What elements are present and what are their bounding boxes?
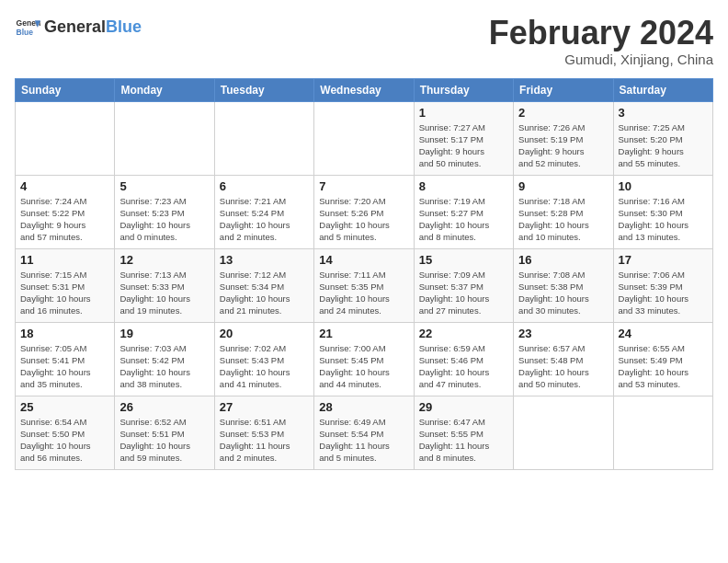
day-cell: 10Sunrise: 7:16 AM Sunset: 5:30 PM Dayli… (613, 175, 712, 248)
day-info: Sunrise: 7:06 AM Sunset: 5:39 PM Dayligh… (619, 269, 708, 317)
title-block: February 2024 Gumudi, Xinjiang, China (489, 15, 713, 67)
day-number: 29 (419, 400, 508, 414)
day-cell: 14Sunrise: 7:11 AM Sunset: 5:35 PM Dayli… (314, 248, 414, 322)
day-cell: 21Sunrise: 7:00 AM Sunset: 5:45 PM Dayli… (314, 322, 414, 396)
day-cell: 27Sunrise: 6:51 AM Sunset: 5:53 PM Dayli… (214, 396, 313, 469)
day-number: 19 (119, 327, 209, 340)
day-info: Sunrise: 6:49 AM Sunset: 5:54 PM Dayligh… (319, 416, 408, 465)
day-info: Sunrise: 7:16 AM Sunset: 5:30 PM Dayligh… (619, 195, 708, 244)
day-cell (16, 101, 115, 175)
day-cell: 7Sunrise: 7:20 AM Sunset: 5:26 PM Daylig… (314, 175, 414, 248)
header-row: SundayMondayTuesdayWednesdayThursdayFrid… (16, 78, 713, 101)
day-cell: 12Sunrise: 7:13 AM Sunset: 5:33 PM Dayli… (115, 248, 214, 322)
header-cell-monday: Monday (115, 78, 214, 101)
calendar-subtitle: Gumudi, Xinjiang, China (489, 52, 713, 67)
day-info: Sunrise: 7:24 AM Sunset: 5:22 PM Dayligh… (20, 195, 109, 244)
header-cell-sunday: Sunday (16, 78, 115, 101)
day-info: Sunrise: 6:57 AM Sunset: 5:48 PM Dayligh… (518, 342, 608, 391)
week-row-5: 25Sunrise: 6:54 AM Sunset: 5:50 PM Dayli… (16, 396, 713, 469)
day-number: 17 (619, 253, 708, 267)
week-row-3: 11Sunrise: 7:15 AM Sunset: 5:31 PM Dayli… (16, 248, 713, 322)
day-cell: 9Sunrise: 7:18 AM Sunset: 5:28 PM Daylig… (514, 175, 613, 248)
logo-icon: General Blue (15, 15, 40, 40)
day-cell: 8Sunrise: 7:19 AM Sunset: 5:27 PM Daylig… (414, 175, 513, 248)
day-number: 27 (220, 400, 309, 414)
svg-text:Blue: Blue (17, 28, 34, 37)
day-cell: 4Sunrise: 7:24 AM Sunset: 5:22 PM Daylig… (16, 175, 115, 248)
day-number: 8 (419, 179, 508, 193)
day-info: Sunrise: 7:05 AM Sunset: 5:41 PM Dayligh… (20, 342, 109, 391)
day-cell: 19Sunrise: 7:03 AM Sunset: 5:42 PM Dayli… (115, 322, 214, 396)
header-cell-wednesday: Wednesday (314, 78, 414, 101)
day-number: 7 (319, 179, 408, 193)
day-number: 9 (518, 179, 608, 193)
day-cell: 2Sunrise: 7:26 AM Sunset: 5:19 PM Daylig… (514, 101, 613, 175)
week-row-2: 4Sunrise: 7:24 AM Sunset: 5:22 PM Daylig… (16, 175, 713, 248)
day-cell: 11Sunrise: 7:15 AM Sunset: 5:31 PM Dayli… (16, 248, 115, 322)
calendar-header: SundayMondayTuesdayWednesdayThursdayFrid… (16, 78, 713, 101)
day-info: Sunrise: 7:03 AM Sunset: 5:42 PM Dayligh… (119, 342, 209, 391)
day-cell: 15Sunrise: 7:09 AM Sunset: 5:37 PM Dayli… (414, 248, 513, 322)
day-cell: 23Sunrise: 6:57 AM Sunset: 5:48 PM Dayli… (514, 322, 613, 396)
day-number: 25 (20, 400, 109, 414)
day-number: 14 (319, 253, 408, 267)
day-info: Sunrise: 7:27 AM Sunset: 5:17 PM Dayligh… (419, 121, 508, 170)
day-info: Sunrise: 7:02 AM Sunset: 5:43 PM Dayligh… (220, 342, 309, 391)
day-cell (514, 396, 613, 469)
day-cell: 17Sunrise: 7:06 AM Sunset: 5:39 PM Dayli… (613, 248, 712, 322)
logo: General Blue GeneralBlue (15, 15, 142, 40)
day-number: 3 (619, 106, 708, 120)
day-info: Sunrise: 7:19 AM Sunset: 5:27 PM Dayligh… (419, 195, 508, 244)
day-info: Sunrise: 7:00 AM Sunset: 5:45 PM Dayligh… (319, 342, 408, 391)
day-number: 16 (518, 253, 608, 267)
day-cell (115, 101, 214, 175)
day-info: Sunrise: 7:23 AM Sunset: 5:23 PM Dayligh… (119, 195, 209, 244)
calendar-table: SundayMondayTuesdayWednesdayThursdayFrid… (15, 78, 713, 470)
day-info: Sunrise: 6:54 AM Sunset: 5:50 PM Dayligh… (20, 416, 109, 465)
day-info: Sunrise: 7:18 AM Sunset: 5:28 PM Dayligh… (518, 195, 608, 244)
day-number: 12 (119, 253, 209, 267)
day-info: Sunrise: 7:09 AM Sunset: 5:37 PM Dayligh… (419, 269, 508, 317)
day-info: Sunrise: 6:55 AM Sunset: 5:49 PM Dayligh… (619, 342, 708, 391)
day-cell: 16Sunrise: 7:08 AM Sunset: 5:38 PM Dayli… (514, 248, 613, 322)
day-info: Sunrise: 7:08 AM Sunset: 5:38 PM Dayligh… (518, 269, 608, 317)
day-cell: 20Sunrise: 7:02 AM Sunset: 5:43 PM Dayli… (214, 322, 313, 396)
calendar-title: February 2024 (489, 15, 713, 52)
day-number: 13 (220, 253, 309, 267)
day-info: Sunrise: 7:12 AM Sunset: 5:34 PM Dayligh… (220, 269, 309, 317)
day-number: 26 (119, 400, 209, 414)
day-cell: 29Sunrise: 6:47 AM Sunset: 5:55 PM Dayli… (414, 396, 513, 469)
day-info: Sunrise: 7:13 AM Sunset: 5:33 PM Dayligh… (119, 269, 209, 317)
day-info: Sunrise: 7:25 AM Sunset: 5:20 PM Dayligh… (619, 121, 708, 170)
day-info: Sunrise: 6:59 AM Sunset: 5:46 PM Dayligh… (419, 342, 508, 391)
day-info: Sunrise: 7:26 AM Sunset: 5:19 PM Dayligh… (518, 121, 608, 170)
day-number: 20 (220, 327, 309, 340)
day-cell: 28Sunrise: 6:49 AM Sunset: 5:54 PM Dayli… (314, 396, 414, 469)
week-row-4: 18Sunrise: 7:05 AM Sunset: 5:41 PM Dayli… (16, 322, 713, 396)
day-number: 6 (220, 179, 309, 193)
header-cell-saturday: Saturday (613, 78, 712, 101)
day-number: 5 (119, 179, 209, 193)
day-info: Sunrise: 7:11 AM Sunset: 5:35 PM Dayligh… (319, 269, 408, 317)
day-cell: 13Sunrise: 7:12 AM Sunset: 5:34 PM Dayli… (214, 248, 313, 322)
day-cell: 26Sunrise: 6:52 AM Sunset: 5:51 PM Dayli… (115, 396, 214, 469)
day-info: Sunrise: 6:47 AM Sunset: 5:55 PM Dayligh… (419, 416, 508, 465)
day-cell: 1Sunrise: 7:27 AM Sunset: 5:17 PM Daylig… (414, 101, 513, 175)
day-number: 11 (20, 253, 109, 267)
day-cell: 6Sunrise: 7:21 AM Sunset: 5:24 PM Daylig… (214, 175, 313, 248)
day-cell: 5Sunrise: 7:23 AM Sunset: 5:23 PM Daylig… (115, 175, 214, 248)
day-cell: 25Sunrise: 6:54 AM Sunset: 5:50 PM Dayli… (16, 396, 115, 469)
day-cell: 3Sunrise: 7:25 AM Sunset: 5:20 PM Daylig… (613, 101, 712, 175)
day-number: 22 (419, 327, 508, 340)
week-row-1: 1Sunrise: 7:27 AM Sunset: 5:17 PM Daylig… (16, 101, 713, 175)
day-number: 18 (20, 327, 109, 340)
day-cell: 18Sunrise: 7:05 AM Sunset: 5:41 PM Dayli… (16, 322, 115, 396)
header-cell-thursday: Thursday (414, 78, 513, 101)
day-number: 24 (619, 327, 708, 340)
header-cell-friday: Friday (514, 78, 613, 101)
day-cell (214, 101, 313, 175)
day-number: 21 (319, 327, 408, 340)
day-number: 15 (419, 253, 508, 267)
day-number: 2 (518, 106, 608, 120)
day-number: 10 (619, 179, 708, 193)
